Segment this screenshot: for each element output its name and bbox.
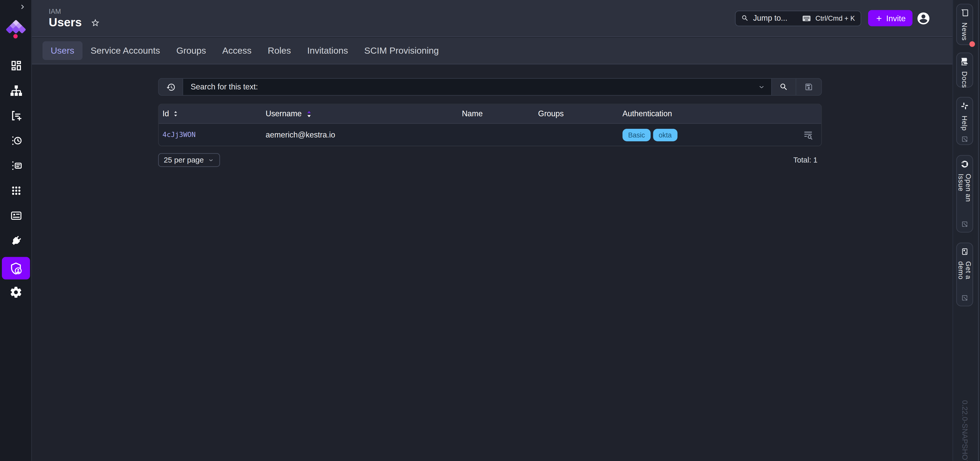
sidebar-item-list-plus[interactable] — [2, 105, 30, 127]
kestra-logo[interactable] — [3, 16, 28, 41]
rail-button-get-a-demo[interactable]: Get a demo — [956, 242, 973, 306]
right-rail: News Docs Help Open an Issue Get a demo — [952, 0, 980, 461]
tab-service-accounts[interactable]: Service Accounts — [83, 41, 169, 60]
top-bar: IAM Users Jump to... Ctrl/Cmd + K Invite — [32, 0, 953, 37]
column-header-name[interactable]: Name — [462, 109, 538, 118]
auth-badge-basic: Basic — [623, 129, 651, 141]
sidebar-item-settings[interactable] — [2, 281, 30, 303]
sort-icon-active-asc[interactable] — [305, 110, 313, 118]
topbar-controls: Jump to... Ctrl/Cmd + K Invite — [735, 10, 953, 26]
favorite-star-icon[interactable] — [91, 18, 100, 28]
save-search-button[interactable] — [795, 79, 821, 95]
rail-button-news[interactable]: News — [956, 4, 973, 45]
invite-label: Invite — [886, 14, 906, 23]
rail-button-open-an-issue[interactable]: Open an Issue — [956, 155, 973, 233]
tab-bar: Users Service Accounts Groups Access Rol… — [32, 38, 953, 64]
per-page-select[interactable]: 25 per page — [158, 153, 220, 167]
table-row[interactable]: 4cJj3WON aemerich@kestra.io Basic okta — [159, 124, 821, 146]
plus-icon — [875, 14, 883, 22]
shield-account-icon — [10, 262, 22, 275]
rail-button-docs[interactable]: Docs — [956, 53, 973, 88]
table-header: Id Username Name Groups Authentication — [159, 105, 821, 124]
per-page-label: 25 per page — [164, 156, 204, 164]
notification-dot — [969, 41, 975, 46]
tab-scim-provisioning[interactable]: SCIM Provisioning — [356, 41, 447, 60]
search-history-button[interactable] — [159, 79, 183, 95]
timeline-clock-icon — [10, 134, 22, 147]
sidebar-item-dashboard[interactable] — [2, 54, 30, 77]
filter-bar — [158, 78, 822, 96]
jump-to-placeholder: Jump to... — [753, 14, 797, 22]
window-edge-divider — [978, 0, 979, 461]
version-label: 0.22.0-SNAPSHOT — [961, 400, 969, 461]
sitemap-icon — [10, 85, 22, 97]
search-icon — [780, 83, 788, 91]
page-title: Users — [49, 16, 82, 29]
list-plus-icon — [10, 109, 22, 122]
history-icon — [166, 82, 175, 92]
sidebar-item-plugins[interactable] — [2, 230, 30, 252]
tab-users[interactable]: Users — [42, 41, 82, 60]
sidebar-item-blueprints[interactable] — [2, 204, 30, 227]
chevron-down-icon[interactable] — [757, 83, 771, 91]
invite-button[interactable]: Invite — [868, 10, 913, 26]
column-header-id[interactable]: Id — [162, 109, 266, 118]
search-input-wrap — [183, 79, 771, 95]
breadcrumb: IAM — [49, 7, 82, 14]
sidebar — [0, 0, 32, 461]
rail-label-help: Help — [961, 116, 968, 131]
total-count: Total: 1 — [793, 156, 822, 164]
column-header-authentication[interactable]: Authentication — [623, 109, 796, 118]
open-in-new-icon — [961, 221, 968, 228]
user-avatar-icon[interactable] — [916, 11, 931, 25]
column-label: Id — [162, 109, 169, 118]
jump-to-search[interactable]: Jump to... Ctrl/Cmd + K — [735, 10, 861, 26]
row-details-icon[interactable] — [803, 130, 813, 140]
rail-label-docs: Docs — [961, 71, 968, 88]
presentation-icon — [961, 247, 969, 256]
sidebar-expand-chevron-icon[interactable] — [18, 3, 27, 11]
book-icon — [961, 57, 969, 66]
username-cell: aemerich@kestra.io — [266, 130, 335, 139]
sidebar-item-flows[interactable] — [2, 80, 30, 102]
rail-label-open-an-issue: Open an Issue — [957, 174, 972, 216]
sidebar-item-administration[interactable] — [2, 257, 30, 279]
column-header-username[interactable]: Username — [266, 109, 462, 118]
timeline-text-icon — [10, 160, 22, 172]
pagination-bar: 25 per page Total: 1 — [158, 153, 822, 167]
power-plug-icon — [10, 234, 22, 247]
tab-roles[interactable]: Roles — [259, 41, 299, 60]
rail-label-news: News — [961, 22, 968, 41]
user-id-link[interactable]: 4cJj3WON — [162, 131, 196, 139]
dots-grid-icon — [10, 185, 22, 197]
slack-icon — [961, 102, 969, 110]
search-input[interactable] — [183, 83, 757, 91]
chevron-down-icon — [207, 156, 214, 164]
tab-groups[interactable]: Groups — [168, 41, 214, 60]
blueprint-card-icon — [10, 209, 22, 222]
title-block: IAM Users — [32, 7, 100, 29]
sidebar-item-logs[interactable] — [2, 154, 30, 177]
sort-icon[interactable] — [172, 110, 180, 118]
tab-access[interactable]: Access — [214, 41, 259, 60]
column-label: Username — [266, 109, 302, 118]
open-in-new-icon — [961, 136, 968, 143]
app-window: IAM Users Jump to... Ctrl/Cmd + K Invite — [0, 0, 980, 461]
shortcut-hint: Ctrl/Cmd + K — [816, 14, 855, 22]
message-icon — [961, 9, 969, 17]
gear-icon — [10, 286, 22, 298]
users-table: Id Username Name Groups Authentication 4… — [158, 104, 822, 146]
sidebar-item-executions[interactable] — [2, 129, 30, 152]
rail-label-get-a-demo: Get a demo — [957, 262, 972, 290]
column-header-groups[interactable]: Groups — [538, 109, 622, 118]
save-icon — [805, 83, 813, 91]
github-icon — [961, 160, 969, 168]
auth-badge-okta: okta — [653, 129, 677, 141]
view-dashboard-icon — [10, 59, 22, 72]
authentication-cell: Basic okta — [623, 129, 796, 141]
open-in-new-icon — [961, 294, 968, 301]
tab-invitations[interactable]: Invitations — [299, 41, 356, 60]
sidebar-item-namespaces[interactable] — [2, 179, 30, 202]
rail-button-help[interactable]: Help — [956, 97, 973, 145]
search-submit-button[interactable] — [771, 79, 795, 95]
